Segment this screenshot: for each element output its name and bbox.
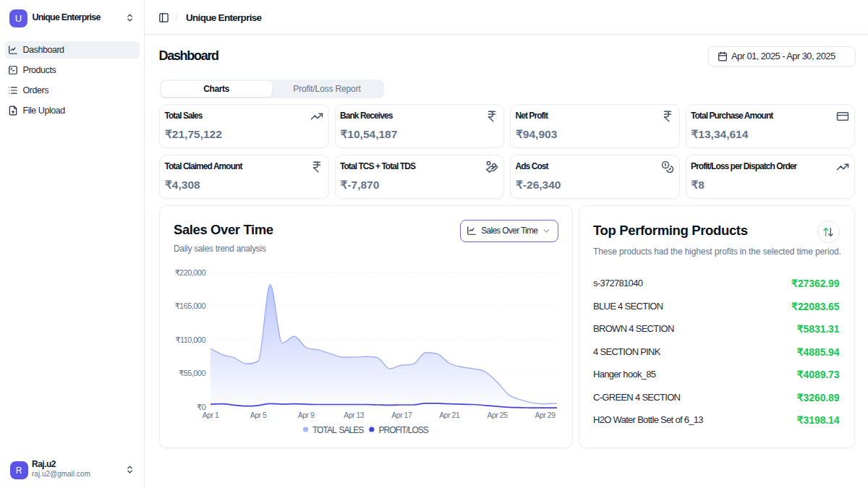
svg-text:Apr 21: Apr 21 [439,411,460,419]
svg-text:₹55,000: ₹55,000 [179,369,205,377]
svg-text:₹110,000: ₹110,000 [175,335,205,344]
svg-text:₹0: ₹0 [197,403,205,411]
svg-text:Apr 29: Apr 29 [535,411,556,419]
svg-text:₹220,000: ₹220,000 [175,268,206,277]
svg-text:₹165,000: ₹165,000 [175,301,206,310]
svg-text:Apr 5: Apr 5 [250,411,267,419]
svg-text:Apr 25: Apr 25 [487,411,508,419]
svg-text:Apr 17: Apr 17 [391,411,412,419]
svg-text:Apr 13: Apr 13 [344,411,365,419]
svg-text:Apr 9: Apr 9 [298,411,315,419]
svg-text:Apr 1: Apr 1 [203,411,219,419]
svg-text:PROFIT/LOSS: PROFIT/LOSS [379,425,429,435]
svg-text:TOTAL SALES: TOTAL SALES [312,425,364,435]
